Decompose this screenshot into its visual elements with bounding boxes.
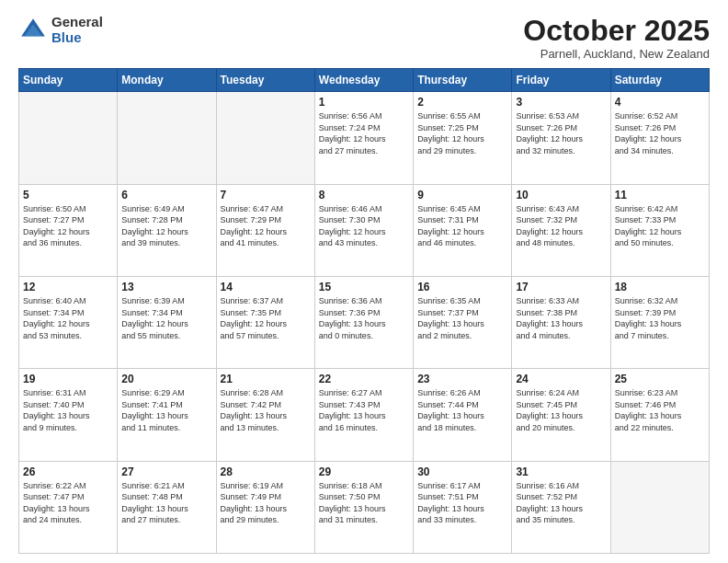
- day-number: 31: [516, 465, 606, 478]
- calendar-header-row: Sunday Monday Tuesday Wednesday Thursday…: [19, 69, 710, 92]
- page: General Blue October 2025 Parnell, Auckl…: [0, 0, 728, 563]
- day-number: 27: [121, 465, 211, 478]
- calendar-week-row-0: 1Sunrise: 6:56 AM Sunset: 7:24 PM Daylig…: [19, 92, 710, 184]
- logo-text: General Blue: [51, 15, 103, 45]
- calendar-week-row-1: 5Sunrise: 6:50 AM Sunset: 7:27 PM Daylig…: [19, 184, 710, 276]
- header-friday: Friday: [512, 69, 610, 92]
- header-monday: Monday: [118, 69, 216, 92]
- calendar-cell: 23Sunrise: 6:26 AM Sunset: 7:44 PM Dayli…: [414, 369, 512, 461]
- calendar-cell: 8Sunrise: 6:46 AM Sunset: 7:30 PM Daylig…: [314, 184, 413, 276]
- calendar-cell: 25Sunrise: 6:23 AM Sunset: 7:46 PM Dayli…: [610, 369, 709, 461]
- calendar-cell: 28Sunrise: 6:19 AM Sunset: 7:49 PM Dayli…: [216, 461, 314, 553]
- day-number: 20: [121, 373, 211, 385]
- calendar-cell: 5Sunrise: 6:50 AM Sunset: 7:27 PM Daylig…: [19, 184, 118, 276]
- calendar-cell: 12Sunrise: 6:40 AM Sunset: 7:34 PM Dayli…: [19, 276, 118, 368]
- calendar-cell: 20Sunrise: 6:29 AM Sunset: 7:41 PM Dayli…: [118, 369, 216, 461]
- calendar-cell: 19Sunrise: 6:31 AM Sunset: 7:40 PM Dayli…: [19, 369, 118, 461]
- header-thursday: Thursday: [414, 69, 512, 92]
- day-info: Sunrise: 6:52 AM Sunset: 7:26 PM Dayligh…: [615, 110, 705, 156]
- day-number: 7: [221, 189, 311, 201]
- logo-blue: Blue: [51, 30, 103, 46]
- day-number: 28: [221, 465, 311, 478]
- calendar-cell: [19, 92, 118, 184]
- calendar-week-row-2: 12Sunrise: 6:40 AM Sunset: 7:34 PM Dayli…: [19, 276, 710, 368]
- logo-icon: [18, 16, 48, 45]
- day-number: 15: [319, 281, 409, 293]
- calendar-cell: 17Sunrise: 6:33 AM Sunset: 7:38 PM Dayli…: [512, 276, 610, 368]
- day-info: Sunrise: 6:23 AM Sunset: 7:46 PM Dayligh…: [615, 387, 705, 433]
- calendar-cell: [216, 92, 314, 184]
- day-info: Sunrise: 6:46 AM Sunset: 7:30 PM Dayligh…: [319, 203, 409, 249]
- calendar-cell: 31Sunrise: 6:16 AM Sunset: 7:52 PM Dayli…: [512, 461, 610, 553]
- day-number: 19: [23, 373, 113, 385]
- day-info: Sunrise: 6:21 AM Sunset: 7:48 PM Dayligh…: [121, 480, 211, 526]
- day-info: Sunrise: 6:32 AM Sunset: 7:39 PM Dayligh…: [615, 295, 705, 341]
- calendar-cell: 30Sunrise: 6:17 AM Sunset: 7:51 PM Dayli…: [414, 461, 512, 553]
- header-sunday: Sunday: [19, 69, 118, 92]
- calendar-cell: 2Sunrise: 6:55 AM Sunset: 7:25 PM Daylig…: [414, 92, 512, 184]
- day-info: Sunrise: 6:22 AM Sunset: 7:47 PM Dayligh…: [23, 480, 113, 526]
- calendar-cell: 9Sunrise: 6:45 AM Sunset: 7:31 PM Daylig…: [414, 184, 512, 276]
- header-saturday: Saturday: [610, 69, 709, 92]
- day-info: Sunrise: 6:39 AM Sunset: 7:34 PM Dayligh…: [121, 295, 211, 341]
- day-info: Sunrise: 6:37 AM Sunset: 7:35 PM Dayligh…: [221, 295, 311, 341]
- calendar-cell: 3Sunrise: 6:53 AM Sunset: 7:26 PM Daylig…: [512, 92, 610, 184]
- calendar-cell: 7Sunrise: 6:47 AM Sunset: 7:29 PM Daylig…: [216, 184, 314, 276]
- day-info: Sunrise: 6:45 AM Sunset: 7:31 PM Dayligh…: [417, 203, 507, 249]
- day-info: Sunrise: 6:50 AM Sunset: 7:27 PM Dayligh…: [23, 203, 113, 249]
- day-info: Sunrise: 6:49 AM Sunset: 7:28 PM Dayligh…: [121, 203, 211, 249]
- day-number: 10: [516, 189, 606, 201]
- day-number: 29: [319, 465, 409, 478]
- day-info: Sunrise: 6:16 AM Sunset: 7:52 PM Dayligh…: [516, 480, 606, 526]
- day-number: 21: [221, 373, 311, 385]
- calendar-cell: 1Sunrise: 6:56 AM Sunset: 7:24 PM Daylig…: [314, 92, 413, 184]
- calendar-cell: 24Sunrise: 6:24 AM Sunset: 7:45 PM Dayli…: [512, 369, 610, 461]
- location-subtitle: Parnell, Auckland, New Zealand: [523, 47, 710, 61]
- calendar-cell: 14Sunrise: 6:37 AM Sunset: 7:35 PM Dayli…: [216, 276, 314, 368]
- calendar-cell: 4Sunrise: 6:52 AM Sunset: 7:26 PM Daylig…: [610, 92, 709, 184]
- logo-general: General: [51, 15, 103, 30]
- day-number: 12: [23, 281, 113, 293]
- calendar-cell: 29Sunrise: 6:18 AM Sunset: 7:50 PM Dayli…: [314, 461, 413, 553]
- day-number: 14: [221, 281, 311, 293]
- day-info: Sunrise: 6:31 AM Sunset: 7:40 PM Dayligh…: [23, 387, 113, 433]
- calendar-cell: 10Sunrise: 6:43 AM Sunset: 7:32 PM Dayli…: [512, 184, 610, 276]
- logo: General Blue: [18, 15, 103, 45]
- calendar-cell: 26Sunrise: 6:22 AM Sunset: 7:47 PM Dayli…: [19, 461, 118, 553]
- day-number: 30: [417, 465, 507, 478]
- day-info: Sunrise: 6:28 AM Sunset: 7:42 PM Dayligh…: [221, 387, 311, 433]
- calendar-cell: 21Sunrise: 6:28 AM Sunset: 7:42 PM Dayli…: [216, 369, 314, 461]
- day-number: 3: [516, 96, 606, 109]
- day-info: Sunrise: 6:26 AM Sunset: 7:44 PM Dayligh…: [417, 387, 507, 433]
- calendar-cell: 22Sunrise: 6:27 AM Sunset: 7:43 PM Dayli…: [314, 369, 413, 461]
- day-info: Sunrise: 6:55 AM Sunset: 7:25 PM Dayligh…: [417, 110, 507, 156]
- day-info: Sunrise: 6:42 AM Sunset: 7:33 PM Dayligh…: [615, 203, 705, 249]
- day-info: Sunrise: 6:27 AM Sunset: 7:43 PM Dayligh…: [319, 387, 409, 433]
- title-section: October 2025 Parnell, Auckland, New Zeal…: [523, 15, 710, 61]
- calendar-cell: 6Sunrise: 6:49 AM Sunset: 7:28 PM Daylig…: [118, 184, 216, 276]
- day-number: 11: [615, 189, 705, 201]
- header: General Blue October 2025 Parnell, Auckl…: [18, 15, 710, 61]
- day-number: 1: [319, 96, 409, 109]
- calendar-cell: [610, 461, 709, 553]
- day-number: 23: [417, 373, 507, 385]
- day-number: 18: [615, 281, 705, 293]
- month-title: October 2025: [523, 15, 710, 47]
- day-number: 24: [516, 373, 606, 385]
- day-info: Sunrise: 6:19 AM Sunset: 7:49 PM Dayligh…: [221, 480, 311, 526]
- day-info: Sunrise: 6:53 AM Sunset: 7:26 PM Dayligh…: [516, 110, 606, 156]
- day-info: Sunrise: 6:43 AM Sunset: 7:32 PM Dayligh…: [516, 203, 606, 249]
- day-number: 26: [23, 465, 113, 478]
- day-number: 6: [121, 189, 211, 201]
- day-info: Sunrise: 6:33 AM Sunset: 7:38 PM Dayligh…: [516, 295, 606, 341]
- header-tuesday: Tuesday: [216, 69, 314, 92]
- day-info: Sunrise: 6:24 AM Sunset: 7:45 PM Dayligh…: [516, 387, 606, 433]
- calendar-table: Sunday Monday Tuesday Wednesday Thursday…: [18, 68, 710, 554]
- day-number: 4: [615, 96, 705, 109]
- calendar-cell: 13Sunrise: 6:39 AM Sunset: 7:34 PM Dayli…: [118, 276, 216, 368]
- day-number: 25: [615, 373, 705, 385]
- day-info: Sunrise: 6:18 AM Sunset: 7:50 PM Dayligh…: [319, 480, 409, 526]
- day-info: Sunrise: 6:17 AM Sunset: 7:51 PM Dayligh…: [417, 480, 507, 526]
- day-info: Sunrise: 6:47 AM Sunset: 7:29 PM Dayligh…: [221, 203, 311, 249]
- day-number: 22: [319, 373, 409, 385]
